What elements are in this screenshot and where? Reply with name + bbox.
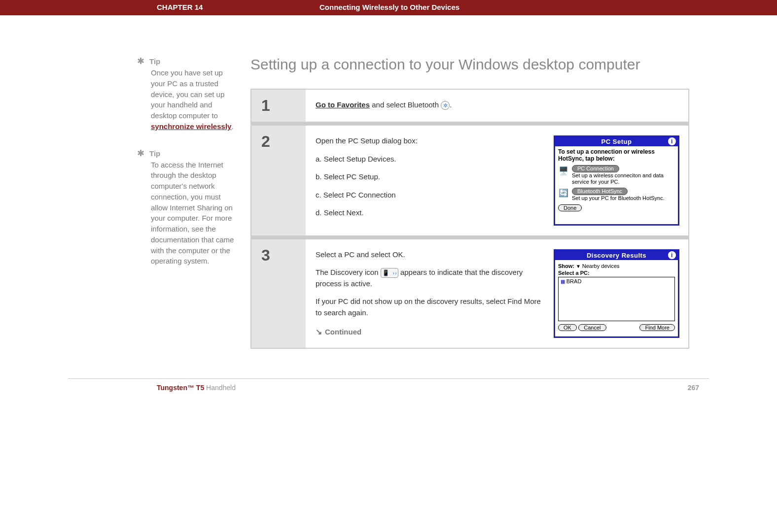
tip-star-icon: ✱ <box>137 55 144 67</box>
cancel-button[interactable]: Cancel <box>578 324 606 331</box>
step-1-trail: . <box>450 100 452 109</box>
info-icon[interactable]: i <box>668 251 676 259</box>
step-2-lead: Open the PC Setup dialog box: <box>316 135 541 147</box>
section-title: Setting up a connection to your Windows … <box>250 55 689 74</box>
continued-arrow-icon: ↘ <box>316 326 322 338</box>
dialog-title: Discovery Results <box>587 252 646 259</box>
tip-2: ✱ Tip To access the Internet through the… <box>137 147 236 267</box>
list-item[interactable]: BRAD <box>561 278 672 284</box>
pc-connection-desc: Set up a wireless conneciton and data se… <box>572 172 664 185</box>
done-button[interactable]: Done <box>558 204 582 211</box>
dropdown-icon[interactable]: ▼ <box>576 264 582 269</box>
step-2d: d. Select Next. <box>316 207 541 219</box>
page-footer: Tungsten™ T5 Handheld 267 <box>68 378 709 399</box>
tip-2-text: To access the Internet through the deskt… <box>151 161 234 266</box>
footer-product: Handheld <box>204 384 236 392</box>
step-2c: c. Select PC Connection <box>316 190 541 201</box>
step-3-p1: Select a PC and select OK. <box>316 249 541 261</box>
header-bar: CHAPTER 14 Connecting Wirelessly to Othe… <box>0 0 777 15</box>
tip-label: Tip <box>149 148 160 159</box>
select-pc-label: Select a PC: <box>558 270 590 276</box>
show-value[interactable]: Nearby devices <box>582 263 620 269</box>
pc-connection-button[interactable]: PC Connection <box>572 165 619 172</box>
step-2: 2 Open the PC Setup dialog box: a. Selec… <box>251 126 688 235</box>
ok-button[interactable]: OK <box>558 324 577 331</box>
steps-container: 1 Go to Favorites and select Bluetooth ✲… <box>250 89 689 349</box>
bluetooth-hotsync-icon: 🔄 <box>558 188 569 199</box>
continued-label: Continued <box>325 327 361 338</box>
step-number: 3 <box>261 246 296 265</box>
tip-1-post: . <box>231 122 233 131</box>
step-3-p2a: The Discovery icon <box>316 268 381 276</box>
bluetooth-hotsync-button[interactable]: Bluetooth HotSync <box>572 188 628 195</box>
main-content: Setting up a connection to your Windows … <box>250 55 709 349</box>
step-2a: a. Select Setup Devices. <box>316 154 541 165</box>
chapter-title: Connecting Wirelessly to Other Devices <box>319 3 459 11</box>
dialog-instruction: To set up a connection or wireless HotSy… <box>558 148 675 162</box>
step-2b: b. Select PC Setup. <box>316 171 541 183</box>
tip-1-link[interactable]: synchronize wirelessly <box>151 122 231 131</box>
discovery-icon <box>381 268 398 278</box>
info-icon[interactable]: i <box>668 137 676 145</box>
discovery-results-dialog: Discovery Results i Show: ▼ Nearby devic… <box>554 249 679 338</box>
step-number: 1 <box>261 97 296 115</box>
pc-connection-icon: 🖥️ <box>558 165 569 176</box>
tip-star-icon: ✱ <box>137 147 144 160</box>
step-3: 3 Select a PC and select OK. The Discove… <box>251 239 688 348</box>
sidebar: ✱ Tip Once you have set up your PC as a … <box>68 55 250 349</box>
continued-indicator: ↘ Continued <box>316 326 541 338</box>
bluetooth-hotsync-desc: Set up your PC for Bluetooth HotSync. <box>572 195 665 201</box>
tip-1-text: Once you have set up your PC as a truste… <box>151 68 224 120</box>
bluetooth-icon: ✲ <box>441 101 450 110</box>
show-label: Show: <box>558 263 574 269</box>
step-1-link[interactable]: Go to Favorites <box>316 100 370 109</box>
footer-brand: Tungsten™ T5 <box>157 384 204 392</box>
find-more-button[interactable]: Find More <box>639 324 675 331</box>
tip-1: ✱ Tip Once you have set up your PC as a … <box>137 55 236 132</box>
step-3-p3: If your PC did not show up on the discov… <box>316 296 541 318</box>
step-1: 1 Go to Favorites and select Bluetooth ✲… <box>251 90 688 122</box>
pc-setup-dialog: PC Setup i To set up a connection or wir… <box>554 135 679 226</box>
step-1-text: and select Bluetooth <box>370 100 441 109</box>
step-number: 2 <box>261 133 296 151</box>
tip-label: Tip <box>149 56 160 67</box>
dialog-title: PC Setup <box>601 138 632 145</box>
page-number: 267 <box>688 384 699 392</box>
pc-list[interactable]: BRAD <box>558 277 675 321</box>
chapter-label: CHAPTER 14 <box>68 3 319 11</box>
